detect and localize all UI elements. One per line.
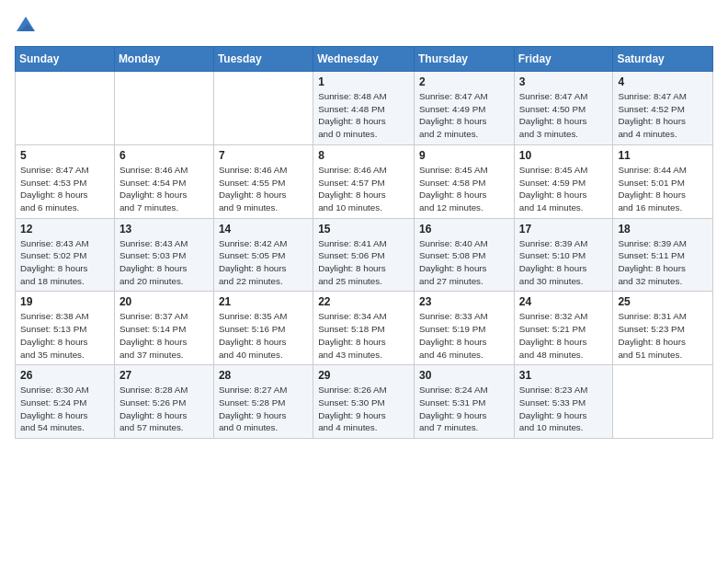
calendar-week-row: 1Sunrise: 8:48 AMSunset: 4:48 PMDaylight… [16,72,713,145]
day-info: Sunrise: 8:43 AMSunset: 5:02 PMDaylight:… [20,237,109,288]
day-number: 30 [419,369,509,382]
calendar-week-row: 19Sunrise: 8:38 AMSunset: 5:13 PMDayligh… [16,292,713,365]
calendar-cell [16,72,115,145]
calendar-cell: 20Sunrise: 8:37 AMSunset: 5:14 PMDayligh… [114,292,213,365]
calendar-cell: 3Sunrise: 8:47 AMSunset: 4:50 PMDaylight… [514,72,613,145]
day-number: 10 [519,149,609,162]
weekday-header: Thursday [415,47,515,72]
calendar-cell: 19Sunrise: 8:38 AMSunset: 5:13 PMDayligh… [16,292,115,365]
day-number: 12 [20,223,109,236]
day-number: 25 [618,295,708,308]
calendar-cell: 29Sunrise: 8:26 AMSunset: 5:30 PMDayligh… [313,365,415,439]
day-number: 3 [519,75,609,88]
weekday-header: Wednesday [313,47,415,72]
calendar-cell: 1Sunrise: 8:48 AMSunset: 4:48 PMDaylight… [313,72,415,145]
day-number: 18 [618,223,708,236]
calendar-table: SundayMondayTuesdayWednesdayThursdayFrid… [15,46,713,439]
day-info: Sunrise: 8:39 AMSunset: 5:11 PMDaylight:… [618,237,708,288]
day-info: Sunrise: 8:27 AMSunset: 5:28 PMDaylight:… [219,384,308,434]
day-info: Sunrise: 8:39 AMSunset: 5:10 PMDaylight:… [519,237,609,288]
header [15,15,713,37]
calendar-cell: 24Sunrise: 8:32 AMSunset: 5:21 PMDayligh… [514,292,613,365]
calendar-cell: 22Sunrise: 8:34 AMSunset: 5:18 PMDayligh… [313,292,415,365]
day-info: Sunrise: 8:46 AMSunset: 4:55 PMDaylight:… [219,164,308,214]
day-info: Sunrise: 8:43 AMSunset: 5:03 PMDaylight:… [119,237,209,288]
calendar-cell: 12Sunrise: 8:43 AMSunset: 5:02 PMDayligh… [16,218,115,292]
day-number: 7 [219,149,308,162]
day-number: 17 [519,223,609,236]
day-number: 11 [618,149,708,162]
day-info: Sunrise: 8:42 AMSunset: 5:05 PMDaylight:… [219,237,308,288]
day-number: 20 [119,295,209,308]
day-info: Sunrise: 8:47 AMSunset: 4:52 PMDaylight:… [618,90,708,141]
calendar-week-row: 12Sunrise: 8:43 AMSunset: 5:02 PMDayligh… [16,218,713,292]
day-info: Sunrise: 8:45 AMSunset: 4:59 PMDaylight:… [519,164,609,214]
day-info: Sunrise: 8:46 AMSunset: 4:57 PMDaylight:… [318,164,409,214]
calendar-cell: 14Sunrise: 8:42 AMSunset: 5:05 PMDayligh… [213,218,313,292]
calendar-cell: 27Sunrise: 8:28 AMSunset: 5:26 PMDayligh… [114,365,213,439]
calendar-cell: 28Sunrise: 8:27 AMSunset: 5:28 PMDayligh… [213,365,313,439]
day-info: Sunrise: 8:45 AMSunset: 4:58 PMDaylight:… [419,164,509,214]
weekday-header: Friday [514,47,613,72]
calendar-header: SundayMondayTuesdayWednesdayThursdayFrid… [16,47,713,72]
calendar-cell: 15Sunrise: 8:41 AMSunset: 5:06 PMDayligh… [313,218,415,292]
day-info: Sunrise: 8:38 AMSunset: 5:13 PMDaylight:… [20,310,109,361]
day-info: Sunrise: 8:44 AMSunset: 5:01 PMDaylight:… [618,164,708,214]
calendar-cell: 16Sunrise: 8:40 AMSunset: 5:08 PMDayligh… [415,218,515,292]
day-number: 26 [20,369,109,382]
calendar-cell [613,365,713,439]
calendar-cell: 10Sunrise: 8:45 AMSunset: 4:59 PMDayligh… [514,144,613,218]
day-info: Sunrise: 8:30 AMSunset: 5:24 PMDaylight:… [20,384,109,434]
calendar-cell: 17Sunrise: 8:39 AMSunset: 5:10 PMDayligh… [514,218,613,292]
day-number: 13 [119,223,209,236]
day-number: 15 [318,223,409,236]
day-info: Sunrise: 8:35 AMSunset: 5:16 PMDaylight:… [219,310,308,361]
weekday-header: Tuesday [213,47,313,72]
day-number: 16 [419,223,509,236]
day-number: 14 [219,223,308,236]
day-number: 6 [119,149,209,162]
calendar-cell: 13Sunrise: 8:43 AMSunset: 5:03 PMDayligh… [114,218,213,292]
calendar-cell: 8Sunrise: 8:46 AMSunset: 4:57 PMDaylight… [313,144,415,218]
day-number: 8 [318,149,409,162]
weekday-header-row: SundayMondayTuesdayWednesdayThursdayFrid… [16,47,713,72]
day-number: 22 [318,295,409,308]
day-info: Sunrise: 8:37 AMSunset: 5:14 PMDaylight:… [119,310,209,361]
weekday-header: Monday [114,47,213,72]
day-number: 31 [519,369,609,382]
day-info: Sunrise: 8:47 AMSunset: 4:49 PMDaylight:… [419,90,509,141]
day-info: Sunrise: 8:48 AMSunset: 4:48 PMDaylight:… [318,90,409,141]
day-info: Sunrise: 8:33 AMSunset: 5:19 PMDaylight:… [419,310,509,361]
calendar-cell: 25Sunrise: 8:31 AMSunset: 5:23 PMDayligh… [613,292,713,365]
day-number: 9 [419,149,509,162]
day-number: 24 [519,295,609,308]
calendar-cell: 26Sunrise: 8:30 AMSunset: 5:24 PMDayligh… [16,365,115,439]
day-info: Sunrise: 8:32 AMSunset: 5:21 PMDaylight:… [519,310,609,361]
day-number: 23 [419,295,509,308]
calendar-cell: 6Sunrise: 8:46 AMSunset: 4:54 PMDaylight… [114,144,213,218]
day-info: Sunrise: 8:46 AMSunset: 4:54 PMDaylight:… [119,164,209,214]
day-number: 5 [20,149,109,162]
day-number: 4 [618,75,708,88]
day-number: 29 [318,369,409,382]
weekday-header: Sunday [16,47,115,72]
day-info: Sunrise: 8:40 AMSunset: 5:08 PMDaylight:… [419,237,509,288]
day-number: 28 [219,369,308,382]
calendar-cell: 4Sunrise: 8:47 AMSunset: 4:52 PMDaylight… [613,72,713,145]
calendar-cell: 30Sunrise: 8:24 AMSunset: 5:31 PMDayligh… [415,365,515,439]
calendar-week-row: 26Sunrise: 8:30 AMSunset: 5:24 PMDayligh… [16,365,713,439]
day-info: Sunrise: 8:47 AMSunset: 4:53 PMDaylight:… [20,164,109,214]
day-number: 2 [419,75,509,88]
logo [15,15,40,37]
calendar-body: 1Sunrise: 8:48 AMSunset: 4:48 PMDaylight… [16,72,713,439]
day-number: 1 [318,75,409,88]
calendar-week-row: 5Sunrise: 8:47 AMSunset: 4:53 PMDaylight… [16,144,713,218]
day-number: 21 [219,295,308,308]
day-info: Sunrise: 8:28 AMSunset: 5:26 PMDaylight:… [119,384,209,434]
day-info: Sunrise: 8:23 AMSunset: 5:33 PMDaylight:… [519,384,609,434]
day-info: Sunrise: 8:26 AMSunset: 5:30 PMDaylight:… [318,384,409,434]
calendar-cell: 21Sunrise: 8:35 AMSunset: 5:16 PMDayligh… [213,292,313,365]
calendar-cell: 2Sunrise: 8:47 AMSunset: 4:49 PMDaylight… [415,72,515,145]
calendar-cell: 31Sunrise: 8:23 AMSunset: 5:33 PMDayligh… [514,365,613,439]
day-info: Sunrise: 8:24 AMSunset: 5:31 PMDaylight:… [419,384,509,434]
